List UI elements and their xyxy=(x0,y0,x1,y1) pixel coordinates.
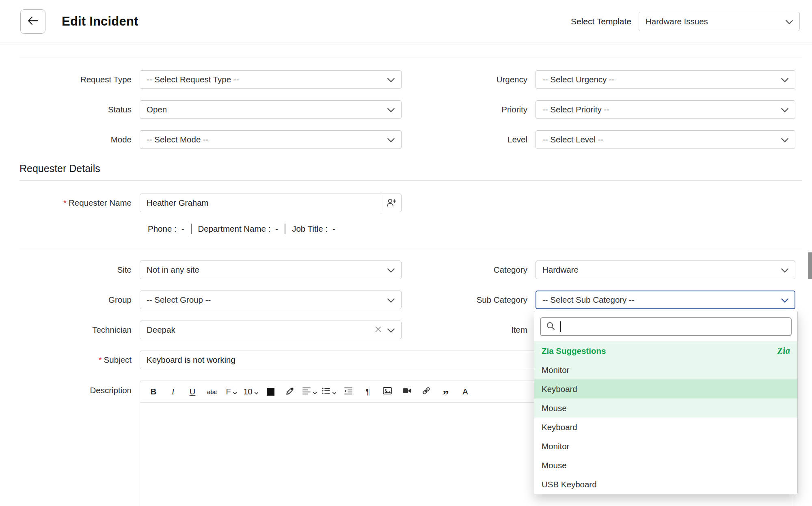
group-label: Group xyxy=(19,295,140,305)
mode-label: Mode xyxy=(19,135,140,144)
highlighter-icon xyxy=(285,386,295,398)
category-select[interactable]: Hardware xyxy=(536,261,795,279)
urgency-label: Urgency xyxy=(402,75,536,84)
top-field-grid: Request Type -- Select Request Type -- U… xyxy=(19,70,802,149)
requester-details-heading: Requester Details xyxy=(19,163,802,174)
person-add-icon xyxy=(386,198,397,209)
detail-field-grid: Site Not in any site Category Hardware G… xyxy=(19,261,802,506)
phone-value: - xyxy=(181,224,184,234)
requester-info-line: Phone :- Department Name :- Job Title :- xyxy=(148,224,802,234)
insert-image-button[interactable] xyxy=(379,383,396,400)
chevron-down-icon xyxy=(781,265,788,275)
dropdown-item-mouse[interactable]: Mouse xyxy=(534,456,797,475)
indent-button[interactable] xyxy=(340,383,357,400)
level-value: -- Select Level -- xyxy=(542,135,603,144)
caret-down-icon xyxy=(313,387,317,396)
caret-down-icon xyxy=(332,387,337,396)
bullet-list-icon xyxy=(322,387,330,397)
required-marker: * xyxy=(63,198,67,207)
form-content: Request Type -- Select Request Type -- U… xyxy=(0,58,812,506)
subject-label: *Subject xyxy=(19,355,140,365)
dropdown-search-input[interactable] xyxy=(566,318,786,335)
description-label: Description xyxy=(19,381,140,395)
level-select[interactable]: -- Select Level -- xyxy=(536,130,795,149)
request-type-value: -- Select Request Type -- xyxy=(147,75,239,84)
phone-label: Phone : xyxy=(148,224,177,234)
dropdown-suggestion-monitor[interactable]: Monitor xyxy=(534,360,797,379)
dropdown-item-usb-keyboard[interactable]: USB Keyboard xyxy=(534,475,797,494)
group-value: -- Select Group -- xyxy=(147,295,211,305)
clear-icon[interactable] xyxy=(375,325,382,335)
page-title: Edit Incident xyxy=(62,14,138,29)
back-button[interactable] xyxy=(20,9,45,34)
bold-button[interactable]: B xyxy=(145,383,162,400)
zia-logo-icon: Zia xyxy=(777,345,790,356)
list-button[interactable] xyxy=(320,383,337,400)
item-label: Item xyxy=(402,325,536,335)
site-select[interactable]: Not in any site xyxy=(140,261,402,279)
align-button[interactable] xyxy=(301,383,318,400)
insert-video-button[interactable] xyxy=(398,383,415,400)
font-color-button[interactable] xyxy=(262,383,279,400)
link-icon xyxy=(421,386,431,397)
technician-value: Deepak xyxy=(147,325,175,335)
template-label: Select Template xyxy=(571,17,631,26)
request-type-select[interactable]: -- Select Request Type -- xyxy=(140,70,402,89)
job-title-label: Job Title : xyxy=(292,224,328,234)
indent-icon xyxy=(344,387,353,397)
chevron-down-icon xyxy=(781,135,788,144)
strikethrough-button[interactable]: abc xyxy=(203,383,220,400)
highlight-button[interactable] xyxy=(281,383,298,400)
mode-select[interactable]: -- Select Mode -- xyxy=(140,130,402,149)
group-select[interactable]: -- Select Group -- xyxy=(140,291,402,309)
status-select[interactable]: Open xyxy=(140,100,402,119)
chevron-down-icon xyxy=(781,295,788,305)
priority-select[interactable]: -- Select Priority -- xyxy=(536,100,795,119)
chevron-down-icon xyxy=(387,75,395,84)
text-cursor xyxy=(560,321,561,332)
requester-name-input[interactable] xyxy=(140,194,381,212)
divider xyxy=(19,248,802,248)
page-scrollbar-thumb[interactable] xyxy=(808,252,812,279)
chevron-down-icon xyxy=(387,325,395,335)
chevron-down-icon xyxy=(387,135,395,144)
status-label: Status xyxy=(19,105,140,114)
divider xyxy=(191,224,192,234)
dropdown-suggestion-mouse[interactable]: Mouse xyxy=(534,398,797,418)
subcategory-value: -- Select Sub Category -- xyxy=(542,295,635,305)
priority-label: Priority xyxy=(402,105,536,114)
template-select[interactable]: Hardware Issues xyxy=(639,12,800,31)
blockquote-button[interactable]: ” xyxy=(437,383,454,400)
divider xyxy=(19,58,802,58)
dropdown-search-box[interactable] xyxy=(540,317,792,336)
add-requester-button[interactable] xyxy=(381,194,402,212)
technician-select[interactable]: Deepak xyxy=(140,321,402,339)
department-value: - xyxy=(275,224,278,234)
italic-button[interactable]: I xyxy=(164,383,181,400)
font-size-button[interactable]: 10 xyxy=(242,383,259,400)
technician-label: Technician xyxy=(19,325,140,335)
subcategory-select[interactable]: -- Select Sub Category -- xyxy=(536,291,795,309)
dropdown-item-monitor[interactable]: Monitor xyxy=(534,437,797,456)
paragraph-direction-button[interactable]: ¶ xyxy=(359,383,376,400)
zia-suggestions-header: Zia Suggestions Zia xyxy=(534,341,797,360)
requester-name-label: *Requester Name xyxy=(19,198,140,208)
dropdown-item-keyboard[interactable]: Keyboard xyxy=(534,418,797,437)
urgency-select[interactable]: -- Select Urgency -- xyxy=(536,70,795,89)
chevron-down-icon xyxy=(786,17,793,26)
chevron-down-icon xyxy=(781,75,788,84)
more-format-button[interactable]: A xyxy=(457,383,474,400)
job-title-value: - xyxy=(333,224,335,234)
insert-link-button[interactable] xyxy=(418,383,435,400)
site-label: Site xyxy=(19,265,140,275)
site-value: Not in any site xyxy=(147,265,199,275)
underline-button[interactable]: U xyxy=(184,383,201,400)
dropdown-suggestion-keyboard[interactable]: Keyboard xyxy=(534,379,797,398)
level-label: Level xyxy=(402,135,536,144)
video-camera-icon xyxy=(402,387,412,397)
mode-value: -- Select Mode -- xyxy=(147,135,209,144)
department-label: Department Name : xyxy=(198,224,271,234)
align-left-icon xyxy=(302,387,311,397)
font-family-button[interactable]: F xyxy=(223,383,240,400)
caret-down-icon xyxy=(254,387,259,396)
